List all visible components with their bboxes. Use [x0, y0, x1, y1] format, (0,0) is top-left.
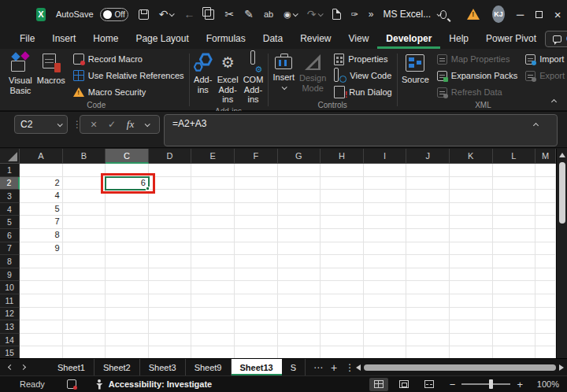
row-header-14[interactable]: 14 — [0, 334, 20, 347]
cell-m6[interactable] — [536, 229, 556, 242]
cell-m3[interactable] — [536, 190, 556, 203]
document-title[interactable]: MS Excel... — [383, 9, 431, 20]
cell-b6[interactable] — [63, 229, 106, 242]
cell-f5[interactable] — [235, 216, 278, 229]
column-header-e[interactable]: E — [191, 149, 235, 164]
cell-l7[interactable] — [493, 242, 536, 256]
cancel-icon[interactable]: × — [91, 119, 97, 130]
cell-i2[interactable] — [364, 177, 407, 190]
cell-j3[interactable] — [406, 190, 450, 203]
cell-l5[interactable] — [493, 216, 536, 229]
page-layout-view-button[interactable] — [395, 378, 413, 391]
scroll-up-icon[interactable] — [559, 153, 565, 157]
cell-k12[interactable] — [450, 308, 493, 321]
cell-a7[interactable]: 9 — [20, 242, 63, 256]
cell-b2[interactable] — [63, 177, 106, 190]
cell-i14[interactable] — [364, 334, 407, 347]
more-sheets-icon[interactable]: ⋯ — [313, 362, 323, 373]
cell-i12[interactable] — [364, 308, 407, 321]
cell-h8[interactable] — [321, 255, 364, 268]
previous-sheet-icon[interactable] — [8, 364, 13, 370]
zoom-level[interactable]: 100% — [532, 379, 559, 389]
column-header-k[interactable]: K — [450, 149, 493, 164]
cell-f6[interactable] — [235, 229, 278, 242]
row-header-7[interactable]: 7 — [0, 242, 20, 256]
run-dialog-button[interactable]: Run Dialog — [332, 84, 394, 100]
cell-l11[interactable] — [493, 294, 536, 308]
cell-i13[interactable] — [364, 320, 407, 334]
macros-button[interactable]: Macros — [35, 51, 68, 87]
row-header-3[interactable]: 3 — [0, 190, 20, 203]
cell-m5[interactable] — [536, 216, 556, 229]
cell-h6[interactable] — [321, 229, 364, 242]
cell-b4[interactable] — [63, 203, 106, 216]
cell-a4[interactable]: 5 — [20, 203, 63, 216]
new-document-button[interactable] — [332, 9, 341, 20]
cell-a3[interactable]: 4 — [20, 190, 63, 203]
sheet-tab-sheet1[interactable]: Sheet1 — [49, 359, 94, 375]
row-header-15[interactable]: 15 — [0, 346, 20, 358]
fill-handle[interactable] — [146, 187, 150, 190]
autosave-toggle[interactable]: Off — [100, 8, 128, 21]
tab-review[interactable]: Review — [291, 28, 339, 49]
cell-h13[interactable] — [321, 320, 364, 334]
cell-m9[interactable] — [536, 268, 556, 282]
cell-a1[interactable] — [20, 164, 63, 177]
cell-i4[interactable] — [364, 203, 407, 216]
cell-l3[interactable] — [493, 190, 536, 203]
sheet-tab-sheet3[interactable]: Sheet3 — [140, 359, 186, 375]
column-header-i[interactable]: I — [364, 149, 407, 164]
cell-b5[interactable] — [63, 216, 106, 229]
cell-l2[interactable] — [493, 177, 536, 190]
cell-l6[interactable] — [493, 229, 536, 242]
cell-a8[interactable] — [20, 255, 63, 268]
save-button[interactable] — [139, 9, 149, 20]
cell-d4[interactable] — [149, 203, 192, 216]
sheet-tab-sheet13[interactable]: Sheet13 — [232, 359, 282, 375]
column-header-f[interactable]: F — [235, 149, 278, 164]
cell-b14[interactable] — [63, 334, 106, 347]
column-header-l[interactable]: L — [493, 149, 536, 164]
cell-f2[interactable] — [235, 177, 278, 190]
cell-k15[interactable] — [450, 346, 493, 358]
cell-f3[interactable] — [235, 190, 278, 203]
cell-i10[interactable] — [364, 281, 407, 294]
column-header-m[interactable]: M — [536, 149, 556, 164]
cell-e8[interactable] — [191, 255, 235, 268]
cell-k14[interactable] — [450, 334, 493, 347]
cell-k6[interactable] — [450, 229, 493, 242]
cell-b7[interactable] — [63, 242, 106, 256]
cell-c15[interactable] — [106, 346, 149, 358]
cell-j12[interactable] — [406, 308, 450, 321]
cell-l15[interactable] — [493, 346, 536, 358]
cell-e2[interactable] — [191, 177, 235, 190]
tab-power-pivot[interactable]: Power Pivot — [477, 28, 545, 49]
cell-j1[interactable] — [406, 164, 450, 177]
collapse-formula-bar-icon[interactable] — [533, 123, 539, 128]
tab-data[interactable]: Data — [254, 28, 291, 49]
cell-k8[interactable] — [450, 255, 493, 268]
sheet-tab-sheet2[interactable]: Sheet2 — [94, 359, 140, 375]
visual-basic-button[interactable]: Visual Basic — [6, 51, 35, 97]
export-button[interactable]: Export — [523, 68, 567, 83]
cell-b12[interactable] — [63, 308, 106, 321]
cell-g15[interactable] — [278, 346, 321, 358]
add-sheet-button[interactable]: + — [331, 361, 337, 374]
tab-view[interactable]: View — [340, 28, 378, 49]
cell-m7[interactable] — [536, 242, 556, 256]
cell-g14[interactable] — [278, 334, 321, 347]
undo-button[interactable]: ↶ — [159, 9, 174, 20]
cell-j15[interactable] — [406, 346, 450, 358]
zoom-in-button[interactable]: + — [517, 379, 523, 390]
cell-i1[interactable] — [364, 164, 407, 177]
tab-file[interactable]: File — [11, 28, 43, 49]
cell-e14[interactable] — [191, 334, 235, 347]
cell-j9[interactable] — [406, 268, 450, 282]
cell-h2[interactable] — [321, 177, 364, 190]
cell-j10[interactable] — [406, 281, 450, 294]
macro-security-button[interactable]: Macro Security — [71, 84, 187, 100]
macro-record-icon[interactable] — [67, 379, 76, 389]
view-code-button[interactable]: View Code — [332, 68, 394, 83]
cell-k2[interactable] — [450, 177, 493, 190]
cell-h3[interactable] — [321, 190, 364, 203]
